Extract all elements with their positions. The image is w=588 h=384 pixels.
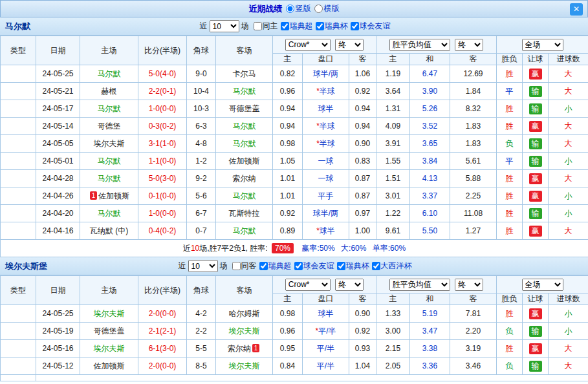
home-team-link[interactable]: 哥德堡盖 <box>94 326 125 336</box>
away-team-link[interactable]: 索尔纳 <box>233 174 256 183</box>
home-team-link[interactable]: 埃尔夫斯 <box>94 344 125 353</box>
score-cell[interactable]: 2-2(0-1) <box>138 83 187 100</box>
home-team-link[interactable]: 马尔默 <box>98 69 121 78</box>
score-cell[interactable]: 5-0(4-0) <box>138 65 187 83</box>
corner-cell: 6-3 <box>187 118 216 135</box>
filter-checkbox[interactable] <box>372 262 380 270</box>
letball-cell: 赢 <box>523 118 549 135</box>
away-team-link[interactable]: 哥德堡盖 <box>229 104 260 113</box>
filter-option-球会友谊[interactable]: 球会友谊 <box>294 261 334 272</box>
filter-checkbox[interactable] <box>316 22 324 30</box>
filter-option-瑞典超[interactable]: 瑞典超 <box>281 21 313 32</box>
filter-option-label: 球会友谊 <box>360 21 391 32</box>
filter-checkbox[interactable] <box>281 22 289 30</box>
filter-option-同主[interactable]: 同主 <box>254 21 278 32</box>
match-row: 瑞典超24-05-25埃尔夫斯2-0(0-0)4-2哈尔姆斯0.98球半0.90… <box>1 305 588 323</box>
score-cell[interactable]: 0-4(0-2) <box>138 222 187 240</box>
filter-option-label: 大西洋杯 <box>381 261 412 272</box>
away-team-link[interactable]: 马尔默 <box>233 226 256 235</box>
away-team-link[interactable]: 哈尔姆斯 <box>229 309 260 318</box>
away-team-link[interactable]: 埃尔夫斯 <box>229 361 260 370</box>
final-asian-select[interactable]: 终 <box>335 39 364 51</box>
home-team-link[interactable]: 埃尔夫斯 <box>94 139 125 148</box>
away-team-link[interactable]: 瓦斯特拉 <box>229 209 260 218</box>
recent-count-select[interactable]: 10 <box>210 20 239 32</box>
away-team-link[interactable]: 佐加顿斯 <box>229 156 260 165</box>
layout-vertical-option[interactable]: 竖版 <box>286 3 311 14</box>
goals-cell: 大 <box>549 340 588 357</box>
home-team-link[interactable]: 马尔默 <box>98 104 121 113</box>
vertical-radio[interactable] <box>286 5 294 13</box>
home-team-link[interactable]: 哥德堡 <box>98 122 121 131</box>
away-team-link[interactable]: 卡尔马 <box>233 69 256 78</box>
home-team-cell: 赫根 <box>80 83 138 100</box>
home-team-link[interactable]: 马尔默 <box>98 209 121 218</box>
score-cell[interactable]: 2-0(0-0) <box>138 305 187 323</box>
final-euro-select[interactable]: 终 <box>455 279 483 291</box>
filter-option-瑞典杯[interactable]: 瑞典杯 <box>337 261 369 272</box>
horizontal-radio[interactable] <box>314 5 323 13</box>
fulltime-select[interactable]: 全场 <box>522 279 563 291</box>
filter-checkbox[interactable] <box>294 262 303 270</box>
final-asian-select[interactable]: 终 <box>335 279 364 291</box>
euro-win-cell: 1.51 <box>376 170 410 187</box>
col-handicap: 盘口 <box>303 293 349 305</box>
date-cell: 24-05-19 <box>36 323 80 340</box>
score-cell[interactable]: 0-3(0-2) <box>138 118 187 135</box>
horizontal-label: 横版 <box>324 3 340 14</box>
score-cell[interactable]: 2-0(0-0) <box>138 357 187 375</box>
col-euro-draw: 和 <box>410 54 450 65</box>
score-cell[interactable]: 0-1(0-0) <box>138 187 187 205</box>
home-team-link[interactable]: 佐加顿斯 <box>94 361 125 370</box>
away-team-link[interactable]: 索尔纳 <box>228 344 251 353</box>
score-cell[interactable]: 5-0(3-0) <box>138 170 187 187</box>
odds-mean-select[interactable]: 胜平负均值 <box>389 279 450 291</box>
filter-option-瑞典超[interactable]: 瑞典超 <box>259 261 292 272</box>
filter-checkbox[interactable] <box>337 262 345 270</box>
odds-mean-select[interactable]: 胜平负均值 <box>389 39 450 51</box>
close-icon[interactable]: ✕ <box>570 3 583 16</box>
away-team-link[interactable]: 马尔默 <box>233 191 256 200</box>
filter-option-大西洋杯[interactable]: 大西洋杯 <box>372 261 412 272</box>
filter-checkbox[interactable] <box>232 262 241 270</box>
score-cell[interactable]: 2-1(2-1) <box>138 323 187 340</box>
filter-option-同客[interactable]: 同客 <box>232 261 257 272</box>
handicap-cell: *平/半 <box>303 323 349 340</box>
letball-badge: 赢 <box>529 191 542 202</box>
home-team-link[interactable]: 埃尔夫斯 <box>94 309 125 318</box>
final-euro-select[interactable]: 终 <box>455 39 483 51</box>
matches-table-elfsborg: 类型 日期 主场 比分(半场) 角球 客场 Crow* 终 胜平负均值 终 全场 <box>0 275 588 381</box>
home-team-link[interactable]: 瓦纳默 (中) <box>90 226 128 235</box>
result-cell: 负 <box>497 135 523 153</box>
away-team-link[interactable]: 埃尔夫斯 <box>229 326 260 336</box>
goals-cell: 大 <box>549 170 588 187</box>
col-euro-win: 主 <box>376 54 410 65</box>
recent-count-select[interactable]: 10 <box>188 260 218 272</box>
away-team-link[interactable]: 马尔默 <box>233 122 256 131</box>
score-cell[interactable]: 1-0(0-0) <box>138 205 187 222</box>
fulltime-select[interactable]: 全场 <box>522 39 563 51</box>
asian-home-odds-cell: 1.01 <box>273 187 303 205</box>
score-cell[interactable]: 1-0(0-0) <box>138 100 187 118</box>
bookmaker-select[interactable]: Crow* <box>285 279 331 291</box>
filter-checkbox[interactable] <box>351 22 359 30</box>
away-team-link[interactable]: 马尔默 <box>233 87 256 96</box>
filter-checkbox[interactable] <box>259 262 268 270</box>
bookmaker-select[interactable]: Crow* <box>285 39 331 51</box>
handicap-cell: 平/半 <box>303 357 349 375</box>
date-cell: 24-04-16 <box>36 222 80 240</box>
filter-option-瑞典杯[interactable]: 瑞典杯 <box>316 21 348 32</box>
result-cell: 负 <box>497 323 523 340</box>
filter-option-球会友谊[interactable]: 球会友谊 <box>351 21 391 32</box>
score-cell[interactable]: 6-1(3-0) <box>138 340 187 357</box>
home-team-link[interactable]: 马尔默 <box>98 174 121 183</box>
score-cell[interactable]: 1-1(0-0) <box>138 153 187 170</box>
home-team-link[interactable]: 马尔默 <box>98 156 121 165</box>
layout-horizontal-option[interactable]: 横版 <box>314 3 340 14</box>
asian-away-odds-cell: 1.00 <box>349 222 376 240</box>
away-team-link[interactable]: 马尔默 <box>233 139 256 148</box>
score-cell[interactable]: 3-1(1-0) <box>138 135 187 153</box>
home-team-link[interactable]: 佐加顿斯 <box>98 191 129 200</box>
filter-checkbox[interactable] <box>254 22 262 30</box>
home-team-link[interactable]: 赫根 <box>102 87 117 96</box>
